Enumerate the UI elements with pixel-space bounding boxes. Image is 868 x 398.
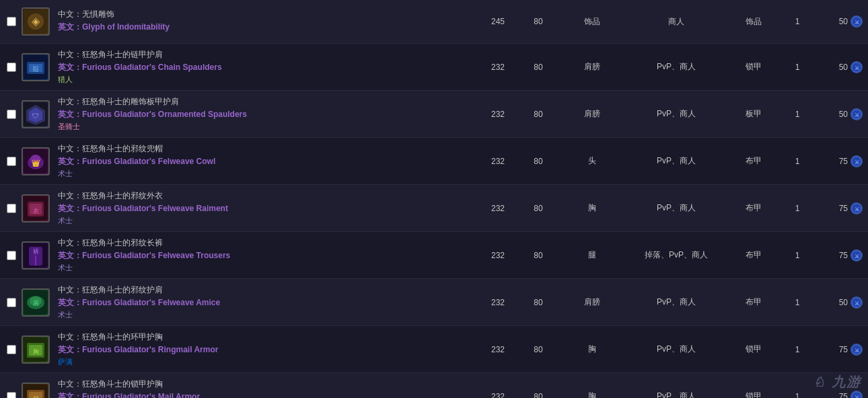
item-name-cn: 中文：狂怒角斗士的链甲护肩	[58, 49, 472, 61]
item-type: 布甲	[727, 202, 781, 214]
row-checkbox-cell[interactable]	[0, 63, 19, 72]
item-class: 猎人	[58, 75, 472, 85]
item-name-cn: 中文：狂怒角斗士的邪纹长裤	[58, 237, 472, 249]
item-name-cn: 中文：狂怒角斗士的邪纹护肩	[58, 284, 472, 296]
item-price: 75 ⚔	[814, 391, 868, 399]
item-level: 80	[518, 345, 558, 354]
row-checkbox[interactable]	[7, 63, 16, 72]
row-checkbox[interactable]	[7, 110, 16, 119]
item-name-en[interactable]: 英文：Furious Gladiator's Felweave Trousers	[58, 250, 472, 262]
currency-icon: ⚔	[851, 61, 863, 73]
item-class: 萨满	[58, 357, 472, 367]
item-level: 80	[518, 298, 558, 307]
table-row: ⛓ 中文：狂怒角斗士的链甲护肩 英文：Furious Gladiator's C…	[0, 44, 868, 91]
item-qty: 1	[781, 63, 814, 72]
row-checkbox-cell[interactable]	[0, 17, 19, 26]
item-ilvl: 232	[478, 392, 518, 399]
item-icon: ◈	[22, 7, 50, 36]
row-checkbox[interactable]	[7, 204, 16, 213]
item-class: 术士	[58, 310, 472, 320]
item-icon-cell: 🛡	[19, 99, 52, 130]
item-level: 80	[518, 110, 558, 119]
item-name-cn: 中文：狂怒角斗士的邪纹外衣	[58, 190, 472, 202]
item-source: PvP、商人	[626, 344, 727, 355]
item-type: 锁甲	[727, 344, 781, 355]
item-price: 50 ⚔	[814, 15, 868, 28]
item-slot: 胸	[558, 202, 626, 214]
price-number: 75	[839, 157, 848, 166]
item-price: 75 ⚔	[814, 155, 868, 167]
svg-text:🛡: 🛡	[32, 112, 39, 120]
row-checkbox-cell[interactable]	[0, 345, 19, 354]
item-icon: 衣	[22, 194, 50, 223]
item-ilvl: 232	[478, 204, 518, 213]
row-checkbox-cell[interactable]	[0, 204, 19, 213]
currency-icon: ⚔	[851, 15, 863, 28]
row-checkbox[interactable]	[7, 17, 16, 26]
price-number: 75	[839, 345, 848, 354]
row-checkbox-cell[interactable]	[0, 392, 19, 399]
row-checkbox-cell[interactable]	[0, 298, 19, 307]
row-checkbox-cell[interactable]	[0, 251, 19, 260]
item-name-cn: 中文：狂怒角斗士的环甲护胸	[58, 331, 472, 343]
item-source: PvP、商人	[626, 155, 727, 167]
svg-text:⚔: ⚔	[855, 65, 859, 71]
row-checkbox-cell[interactable]	[0, 157, 19, 166]
currency-icon: ⚔	[851, 155, 863, 167]
svg-text:⛓: ⛓	[33, 395, 39, 399]
row-checkbox[interactable]	[7, 251, 16, 260]
item-icon: 👑	[22, 147, 50, 175]
item-ilvl: 245	[478, 17, 518, 26]
price-number: 75	[839, 392, 848, 399]
price-number: 50	[839, 298, 848, 307]
item-level: 80	[518, 63, 558, 72]
item-price: 50 ⚔	[814, 61, 868, 73]
item-name-cn: 中文：狂怒角斗士的雕饰板甲护肩	[58, 96, 472, 108]
item-type: 饰品	[727, 16, 781, 28]
price-number: 50	[839, 17, 848, 26]
item-source: PvP、商人	[626, 391, 727, 398]
item-name-en[interactable]: 英文：Glyph of Indomitability	[58, 22, 472, 33]
item-class: 术士	[58, 263, 472, 273]
item-name-en[interactable]: 英文：Furious Gladiator's Felweave Raiment	[58, 203, 472, 214]
item-qty: 1	[781, 298, 814, 307]
item-name-en[interactable]: 英文：Furious Gladiator's Felweave Amice	[58, 297, 472, 309]
item-source: 掉落、PvP、商人	[626, 249, 727, 261]
item-name-en[interactable]: 英文：Furious Gladiator's Felweave Cowl	[58, 156, 472, 167]
row-checkbox[interactable]	[7, 298, 16, 307]
svg-text:胸: 胸	[33, 348, 39, 355]
row-checkbox[interactable]	[7, 345, 16, 354]
price-number: 50	[839, 63, 848, 72]
item-name-en[interactable]: 英文：Furious Gladiator's Ornamented Spauld…	[58, 109, 472, 120]
item-name-cell: 中文：狂怒角斗士的邪纹外衣 英文：Furious Gladiator's Fel…	[52, 188, 478, 229]
svg-text:⚔: ⚔	[855, 395, 859, 399]
item-icon: ⛓	[22, 53, 50, 81]
row-checkbox[interactable]	[7, 392, 16, 399]
item-price: 75 ⚔	[814, 249, 868, 262]
row-checkbox-cell[interactable]	[0, 110, 19, 119]
item-slot: 肩膀	[558, 296, 626, 308]
item-slot: 肩膀	[558, 108, 626, 120]
row-checkbox[interactable]	[7, 157, 16, 166]
currency-icon: ⚔	[851, 108, 863, 120]
table-row: 裤 中文：狂怒角斗士的邪纹长裤 英文：Furious Gladiator's F…	[0, 232, 868, 279]
item-type: 锁甲	[727, 61, 781, 73]
item-name-en[interactable]: 英文：Furious Gladiator's Mail Armor	[58, 391, 472, 398]
table-row: 胸 中文：狂怒角斗士的环甲护胸 英文：Furious Gladiator's R…	[0, 326, 868, 373]
item-name-en[interactable]: 英文：Furious Gladiator's Ringmail Armor	[58, 344, 472, 356]
svg-text:⛓: ⛓	[32, 65, 39, 73]
item-icon: 胸	[22, 335, 50, 364]
item-slot: 饰品	[558, 16, 626, 28]
item-ilvl: 232	[478, 251, 518, 260]
item-slot: 腿	[558, 249, 626, 261]
item-class: 术士	[58, 216, 472, 226]
item-name-en[interactable]: 英文：Furious Gladiator's Chain Spaulders	[58, 62, 472, 73]
item-type: 布甲	[727, 155, 781, 167]
svg-text:⚔: ⚔	[855, 206, 859, 212]
svg-text:裤: 裤	[33, 248, 39, 255]
item-icon-cell: 衣	[19, 193, 52, 224]
item-level: 80	[518, 251, 558, 260]
item-name-cell: 中文：狂怒角斗士的邪纹长裤 英文：Furious Gladiator's Fel…	[52, 235, 478, 276]
item-price: 50 ⚔	[814, 108, 868, 120]
table-row: 👑 中文：狂怒角斗士的邪纹兜帽 英文：Furious Gladiator's F…	[0, 138, 868, 185]
